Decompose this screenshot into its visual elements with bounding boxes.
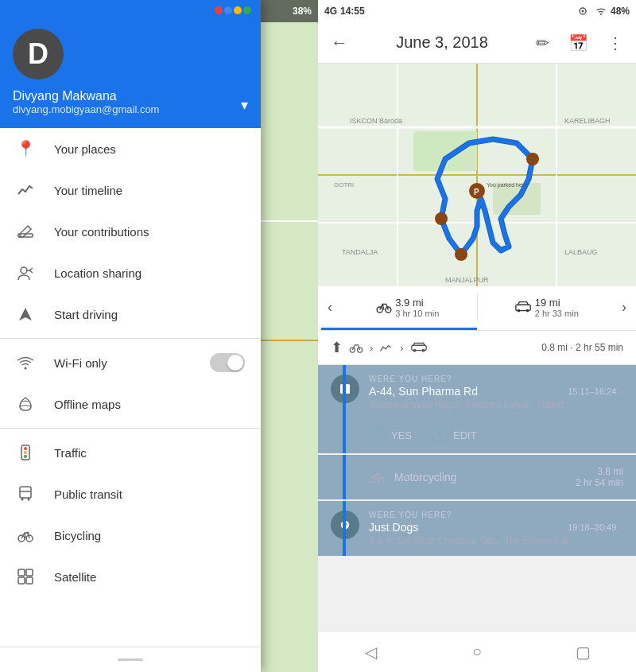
prev-transport-button[interactable]: ‹	[321, 296, 339, 319]
svg-point-5	[21, 267, 27, 274]
sidebar-item-traffic[interactable]: Traffic	[0, 432, 261, 473]
offline-maps-icon	[16, 394, 35, 414]
yes-button[interactable]: ✓ YES	[369, 426, 412, 444]
right-toolbar: ← June 3, 2018 ✏ 📅 ⋮	[318, 22, 636, 64]
svg-point-9	[24, 451, 27, 454]
nav-recent-button[interactable]: ▢	[530, 631, 636, 672]
sidebar-item-label: Your contributions	[54, 225, 245, 239]
public-transit-icon	[16, 484, 35, 503]
svg-text:LALBAUG: LALBAUG	[564, 248, 598, 256]
avatar: D	[13, 29, 64, 80]
stop-2-name-row: Just Dogs 19:18–20:49 ›	[369, 521, 623, 534]
page-title: June 3, 2018	[361, 33, 523, 52]
right-panel: 4G 14:55 48% ← June 3, 2018 ✏ 📅 ⋮	[318, 0, 636, 672]
right-status-left: 4G 14:55	[324, 6, 365, 17]
right-bottom-nav: ◁ ○ ▢	[318, 631, 636, 672]
svg-point-19	[27, 532, 29, 534]
user-name: Divyang Makwana	[13, 89, 248, 103]
svg-text:MANJALPUR: MANJALPUR	[445, 276, 489, 284]
sidebar-item-label: Satellite	[54, 570, 245, 584]
sidebar-item-label: Public transit	[54, 487, 245, 501]
nav-home-button[interactable]: ○	[424, 631, 529, 672]
map-area: ISKCON Baroda GOTRI KARELIBAGH TANDALJA …	[318, 64, 636, 286]
transport-option-bike[interactable]: 3.9 mi 3 hr 10 min	[339, 293, 477, 321]
nav-divider	[118, 658, 143, 661]
svg-text:You parked here: You parked here	[487, 182, 527, 188]
stop-1-header: WERE YOU HERE? A-44, Sun Pharma Rd 15:11…	[318, 365, 636, 420]
sidebar-item-public-transit[interactable]: Public transit	[0, 473, 261, 515]
sidebar-item-bicycling[interactable]: Bicycling	[0, 515, 261, 556]
back-button[interactable]: ←	[324, 26, 355, 60]
transport-option-car[interactable]: 19 mi 2 hr 33 min	[478, 293, 616, 321]
stop-1-name: A-44, Sun Pharma Rd	[369, 385, 478, 398]
svg-rect-23	[26, 577, 33, 584]
svg-point-8	[24, 447, 27, 450]
segment-distance: 3.8 mi	[576, 466, 623, 477]
transport-car-info: 19 mi 2 hr 33 min	[514, 297, 579, 318]
svg-point-41	[526, 153, 539, 165]
sidebar-item-label: Bicycling	[54, 529, 245, 542]
wifi-status-icon	[595, 6, 607, 16]
edit-button[interactable]: ✏	[529, 27, 556, 59]
timeline-stop-1: WERE YOU HERE? A-44, Sun Pharma Rd 15:11…	[318, 365, 636, 453]
svg-point-60	[378, 473, 380, 476]
sidebar-item-label: Wi-Fi only	[54, 356, 191, 370]
next-transport-button[interactable]: ›	[615, 296, 633, 319]
dropdown-arrow-icon[interactable]: ▾	[241, 96, 248, 114]
yes-label: YES	[391, 429, 412, 441]
sidebar-item-your-timeline[interactable]: Your timeline	[0, 169, 261, 211]
sidebar-item-label: Start driving	[54, 308, 245, 321]
mode-car-icon	[410, 342, 428, 353]
sidebar-item-your-places[interactable]: 📍 Your places	[0, 128, 261, 169]
location-icon	[579, 7, 591, 15]
segment-time: 2 hr 54 min	[576, 477, 623, 488]
segment-stats: 3.8 mi 2 hr 54 min	[576, 466, 623, 488]
sidebar-item-start-driving[interactable]: Start driving	[0, 293, 261, 335]
nav-back-button[interactable]: ◁	[318, 631, 424, 672]
svg-text:GOTRI: GOTRI	[334, 181, 354, 188]
mode-arrow: ›	[370, 342, 373, 354]
mode-up-icon: ⬆	[331, 339, 343, 356]
calendar-button[interactable]: 📅	[562, 27, 595, 59]
stop-1-were-you-label: WERE YOU HERE?	[369, 375, 623, 383]
sidebar-item-wifi-only[interactable]: Wi-Fi only	[0, 342, 261, 383]
left-status-right: 38%	[293, 6, 312, 17]
sidebar-item-your-contributions[interactable]: Your contributions	[0, 211, 261, 252]
more-button[interactable]: ⋮	[601, 27, 630, 59]
svg-rect-11	[20, 487, 31, 498]
svg-text:TANDALJA: TANDALJA	[342, 248, 378, 256]
svg-text:P: P	[474, 188, 479, 196]
stop-2-were-you-label: WERE YOU HERE?	[369, 511, 623, 519]
svg-text:KARELIBAGH: KARELIBAGH	[564, 117, 611, 125]
timeline-line	[343, 455, 346, 499]
stop-1-arrow[interactable]: ›	[619, 385, 623, 398]
divider	[0, 338, 261, 339]
edit-button[interactable]: ✏ EDIT	[431, 426, 477, 444]
traffic-icon	[16, 443, 35, 462]
sidebar-item-offline-maps[interactable]: Offline maps	[0, 383, 261, 425]
place-icon: 📍	[16, 139, 35, 158]
sidebar-item-location-sharing[interactable]: Location sharing	[0, 252, 261, 293]
sidebar-item-label: Your timeline	[54, 184, 245, 197]
yes-check-icon: ✓	[369, 426, 386, 444]
timeline-line	[343, 501, 346, 556]
location-sharing-icon	[16, 263, 35, 282]
transport-bike-info: 3.9 mi 3 hr 10 min	[376, 297, 439, 318]
left-battery: 38%	[293, 6, 312, 17]
segment-bike-icon	[369, 471, 385, 484]
left-drawer: D Divyang Makwana divyang.mobigyaan@gmai…	[0, 0, 261, 672]
wifi-toggle[interactable]	[210, 353, 245, 372]
stop-2-arrow[interactable]: ›	[619, 521, 623, 534]
stop-1-address: Swaminarayan Nagar, Pratham Upvan, Vadod…	[369, 399, 623, 410]
car-time: 2 hr 33 min	[535, 309, 579, 318]
right-status-right: 48%	[579, 6, 630, 17]
right-battery: 48%	[611, 6, 630, 17]
mode-route-icon	[379, 342, 394, 353]
drawer-header: D Divyang Makwana divyang.mobigyaan@gmai…	[0, 0, 261, 128]
stop-1-actions: ✓ YES ✏ EDIT	[318, 420, 636, 453]
segment-mode-name: Motorcycling	[394, 471, 566, 484]
sidebar-item-satellite[interactable]: Satellite	[0, 556, 261, 597]
sidebar-item-label: Your places	[54, 142, 245, 156]
satellite-icon	[16, 567, 35, 586]
mode-bike-icon	[349, 342, 363, 353]
